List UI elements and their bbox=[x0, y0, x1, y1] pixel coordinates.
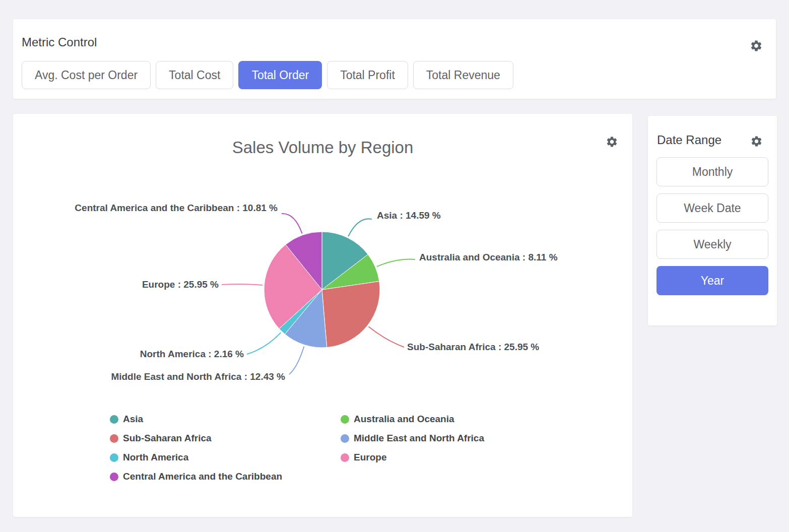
legend-item-north-america[interactable]: North America bbox=[110, 448, 341, 467]
pie-label-line-middle-east-and-north-africa bbox=[289, 347, 304, 375]
legend-label: Australia and Oceania bbox=[354, 414, 454, 425]
metric-control-panel: Metric Control Avg. Cost per OrderTotal … bbox=[13, 19, 776, 99]
date-range-panel: Date Range MonthlyWeek DateWeeklyYear bbox=[648, 116, 777, 325]
legend-dot-europe bbox=[341, 453, 349, 462]
pie-slice-sub-saharan-africa[interactable] bbox=[322, 281, 380, 347]
legend-dot-middle-east-and-north-africa bbox=[341, 434, 349, 443]
legend-label: Sub-Saharan Africa bbox=[123, 433, 212, 444]
legend-dot-north-america bbox=[110, 453, 118, 462]
metric-button-total-profit[interactable]: Total Profit bbox=[327, 61, 408, 89]
pie-label-line-central-america-and-the-caribbean bbox=[282, 214, 302, 234]
pie-label-line-asia bbox=[348, 219, 372, 236]
legend-dot-central-america-and-the-caribbean bbox=[110, 473, 118, 481]
metric-button-total-order[interactable]: Total Order bbox=[238, 61, 322, 89]
date-range-button-year[interactable]: Year bbox=[656, 266, 768, 295]
legend-item-middle-east-and-north-africa[interactable]: Middle East and North Africa bbox=[341, 429, 484, 448]
legend-label: North America bbox=[123, 452, 188, 463]
pie-label-line-north-america bbox=[247, 332, 281, 354]
date-range-button-weekly[interactable]: Weekly bbox=[656, 230, 768, 259]
pie-label-australia-and-oceania: Australia and Oceania : 8.11 % bbox=[419, 252, 558, 262]
metric-button-avg-cost-per-order[interactable]: Avg. Cost per Order bbox=[22, 61, 151, 89]
legend-dot-australia-and-oceania bbox=[341, 415, 349, 424]
legend-label: Middle East and North Africa bbox=[354, 433, 484, 444]
legend-item-australia-and-oceania[interactable]: Australia and Oceania bbox=[341, 410, 484, 429]
legend-label: Central America and the Caribbean bbox=[123, 471, 282, 482]
pie-label-line-sub-saharan-africa bbox=[368, 326, 404, 347]
pie-label-middle-east-and-north-africa: Middle East and North Africa : 12.43 % bbox=[111, 371, 285, 382]
pie-label-sub-saharan-africa: Sub-Saharan Africa : 25.95 % bbox=[407, 342, 539, 352]
settings-gear-icon[interactable] bbox=[750, 135, 763, 148]
pie-label-line-europe bbox=[222, 284, 262, 285]
date-buttons-group: MonthlyWeek DateWeeklyYear bbox=[656, 157, 768, 295]
pie-label-line-australia-and-oceania bbox=[377, 259, 415, 267]
pie-label-europe: Europe : 25.95 % bbox=[142, 279, 219, 290]
metric-button-total-cost[interactable]: Total Cost bbox=[156, 61, 233, 89]
legend-item-central-america-and-the-caribbean[interactable]: Central America and the Caribbean bbox=[110, 467, 341, 486]
legend-label: Europe bbox=[354, 452, 386, 463]
date-range-title: Date Range bbox=[657, 133, 721, 147]
sales-volume-chart-panel: Sales Volume by Region Asia : 14.59 %Aus… bbox=[13, 114, 632, 517]
metric-control-title: Metric Control bbox=[22, 35, 97, 49]
legend-item-europe[interactable]: Europe bbox=[341, 448, 484, 467]
legend-dot-asia bbox=[110, 415, 118, 424]
pie-label-north-america: North America : 2.16 % bbox=[140, 349, 244, 359]
settings-gear-icon[interactable] bbox=[750, 39, 763, 52]
pie-label-central-america-and-the-caribbean: Central America and the Caribbean : 10.8… bbox=[75, 203, 278, 213]
legend-label: Asia bbox=[123, 414, 143, 425]
date-range-button-monthly[interactable]: Monthly bbox=[656, 157, 768, 186]
pie-label-asia: Asia : 14.59 % bbox=[377, 210, 441, 221]
date-range-button-week-date[interactable]: Week Date bbox=[656, 193, 768, 223]
metric-button-total-revenue[interactable]: Total Revenue bbox=[413, 61, 513, 89]
legend-item-sub-saharan-africa[interactable]: Sub-Saharan Africa bbox=[110, 429, 341, 448]
metric-buttons-group: Avg. Cost per OrderTotal CostTotal Order… bbox=[22, 61, 513, 89]
legend-item-asia[interactable]: Asia bbox=[110, 410, 341, 429]
chart-legend: AsiaAustralia and OceaniaSub-Saharan Afr… bbox=[110, 410, 484, 486]
legend-dot-sub-saharan-africa bbox=[110, 434, 118, 443]
